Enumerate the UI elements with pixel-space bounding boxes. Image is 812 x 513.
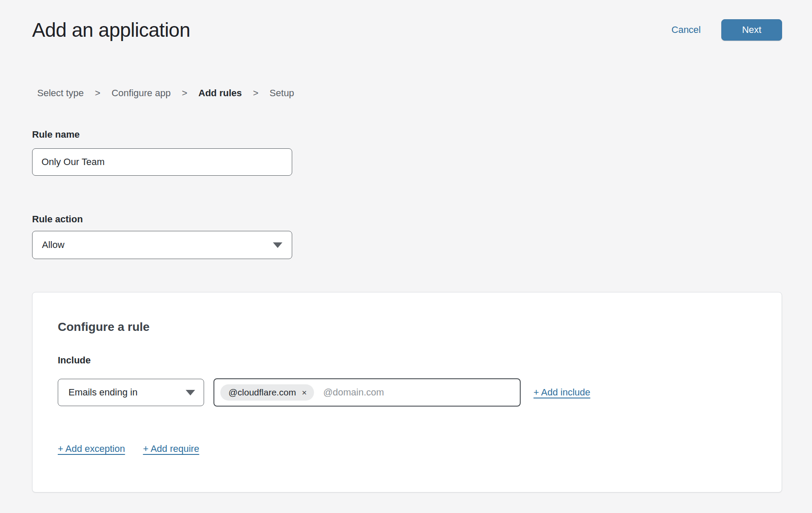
chevron-down-icon <box>273 242 282 248</box>
chevron-down-icon <box>186 390 195 395</box>
add-exception-link[interactable]: + Add exception <box>58 442 125 455</box>
domain-entry-input[interactable] <box>323 387 514 398</box>
include-selector-value: Emails ending in <box>68 387 137 398</box>
include-values-input[interactable]: @cloudflare.com ✕ <box>213 378 521 407</box>
next-button[interactable]: Next <box>721 19 782 41</box>
breadcrumb-separator: > <box>182 87 187 100</box>
breadcrumb-separator: > <box>253 87 258 100</box>
breadcrumb-step-setup[interactable]: Setup <box>270 87 294 100</box>
breadcrumb-step-add-rules: Add rules <box>199 87 242 100</box>
include-selector-select[interactable]: Emails ending in <box>58 379 204 406</box>
cancel-button[interactable]: Cancel <box>672 24 701 36</box>
breadcrumb-step-select-type[interactable]: Select type <box>37 87 84 100</box>
rule-name-input[interactable] <box>32 148 292 176</box>
include-label: Include <box>58 354 756 367</box>
add-require-link[interactable]: + Add require <box>143 442 199 455</box>
breadcrumb-step-configure-app[interactable]: Configure app <box>112 87 171 100</box>
breadcrumb: Select type > Configure app > Add rules … <box>37 87 782 100</box>
email-domain-chip-text: @cloudflare.com <box>228 387 296 398</box>
rule-extra-links: + Add exception + Add require <box>58 442 756 455</box>
page-title: Add an application <box>32 19 190 41</box>
email-domain-chip: @cloudflare.com ✕ <box>220 384 314 401</box>
breadcrumb-separator: > <box>95 87 101 100</box>
rule-action-selected-value: Allow <box>42 239 65 251</box>
rule-name-label: Rule name <box>32 128 782 141</box>
rule-action-label: Rule action <box>32 213 782 226</box>
include-rule-row: Emails ending in @cloudflare.com ✕ + Add… <box>58 378 756 407</box>
configure-rule-card: Configure a rule Include Emails ending i… <box>32 292 782 492</box>
rule-action-select[interactable]: Allow <box>32 231 292 259</box>
remove-chip-icon[interactable]: ✕ <box>302 389 307 396</box>
add-application-page: Add an application Cancel Next Select ty… <box>0 0 812 513</box>
add-include-link[interactable]: + Add include <box>533 386 590 399</box>
configure-rule-title: Configure a rule <box>58 319 756 335</box>
header-actions: Cancel Next <box>672 19 782 41</box>
page-header: Add an application Cancel Next <box>32 19 782 41</box>
